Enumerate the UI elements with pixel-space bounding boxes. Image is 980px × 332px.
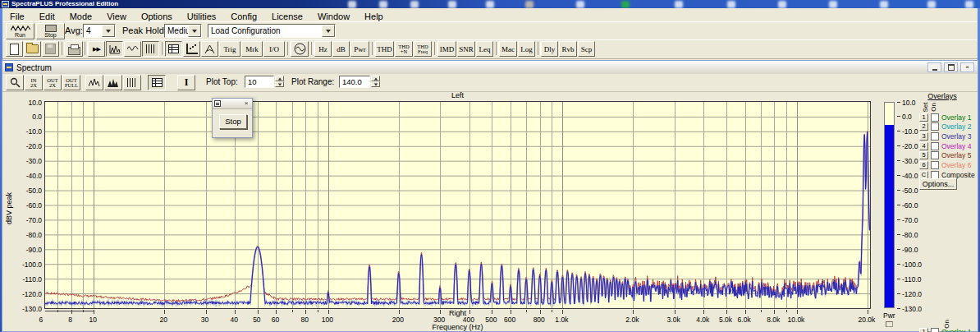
logging-button[interactable]: Log — [518, 41, 535, 57]
overlay-on-checkbox-3[interactable] — [931, 132, 939, 141]
thd-button[interactable]: THD — [375, 41, 394, 57]
delay-button[interactable]: Dly — [541, 41, 558, 57]
fast-forward-button[interactable]: ▶▶ — [88, 41, 105, 57]
time-series-icon — [127, 44, 139, 53]
open-file-button[interactable] — [24, 41, 41, 57]
leq-button[interactable]: Leq — [476, 41, 493, 57]
run-button[interactable]: Run — [6, 23, 34, 39]
overlay-on-checkbox-2[interactable] — [931, 122, 939, 131]
overlay-on-checkbox-1[interactable] — [931, 113, 939, 122]
zoom-out-2x-button[interactable]: OUT 2X — [44, 75, 62, 90]
macro-button[interactable]: Mac — [499, 41, 517, 57]
y-tick--30: -30.0 — [0, 157, 42, 165]
load-configuration-combobox[interactable]: Load Configuration — [208, 24, 336, 38]
stop-dialog-stop-button[interactable]: Stop — [219, 114, 247, 129]
y-tick-right--40: -40.0 — [897, 172, 918, 180]
peak-hold-dropdown-arrow-icon[interactable] — [188, 25, 201, 37]
plot-options-button[interactable] — [148, 75, 166, 90]
plot-top-input[interactable]: 10 — [245, 76, 274, 88]
marker-button[interactable] — [201, 41, 218, 57]
y-tick-right--10: -10.0 — [897, 127, 918, 136]
overlay-options-button[interactable]: Options... — [919, 178, 957, 190]
desktop-icon-blur — [410, 1, 419, 8]
plot-range-input[interactable]: 140.0 — [339, 76, 370, 88]
peak-hold-combobox[interactable]: Medium — [164, 24, 202, 38]
overlay-set-button-6[interactable]: 6 — [919, 161, 928, 169]
y-tick-right--50: -50.0 — [897, 187, 918, 195]
marker-text-button[interactable]: Mrk — [241, 41, 263, 57]
app-titlebar: SpectraPLUS Professional Edition — [0, 0, 980, 8]
stop-dialog-close-icon[interactable]: × — [242, 99, 250, 107]
print-button[interactable] — [66, 41, 83, 57]
y-tick--70: -70.0 — [0, 216, 42, 224]
scope-button[interactable]: Scp — [578, 41, 595, 57]
save-button[interactable] — [42, 41, 59, 57]
signal-generator-button[interactable] — [291, 41, 309, 57]
overlay-set-button-5[interactable]: 5 — [919, 151, 928, 159]
plot-top-label: Plot Top: — [206, 74, 238, 90]
avg-dropdown-arrow-icon[interactable] — [102, 25, 115, 37]
spin-up-icon[interactable] — [275, 76, 284, 81]
plot-top-spinner[interactable] — [275, 76, 284, 88]
hz-units-button[interactable]: Hz — [314, 41, 332, 57]
zoom-in-2x-button[interactable]: IN 2X — [25, 75, 43, 90]
power-level-fill — [885, 125, 894, 307]
line-plot-button[interactable] — [85, 75, 103, 90]
spin-up-icon[interactable] — [371, 76, 380, 81]
spectrum-plot[interactable] — [44, 101, 871, 309]
trigger-button[interactable]: Trig — [219, 41, 240, 57]
y-tick-right--110: -110.0 — [897, 275, 921, 284]
close-button[interactable]: × — [960, 62, 974, 72]
overlay-set-button-1[interactable]: 1 — [919, 113, 928, 122]
overlay-on-checkbox-6[interactable] — [931, 161, 939, 169]
io-button[interactable]: I/O — [263, 41, 285, 57]
desktop-icon-blur — [829, 1, 837, 8]
plot-range-spinner[interactable] — [371, 76, 380, 88]
spectrum-window-titlebar[interactable]: Spectrum × — [2, 61, 978, 75]
save-icon — [45, 44, 56, 54]
overlays-title: Overlays — [918, 92, 967, 100]
reverb-button[interactable]: Rvb — [559, 41, 577, 57]
restore-button[interactable] — [944, 62, 958, 72]
power-units-button[interactable]: Pwr — [350, 41, 369, 57]
y-tick--50: -50.0 — [0, 187, 42, 195]
spin-down-icon[interactable] — [371, 81, 380, 87]
spin-down-icon[interactable] — [275, 81, 284, 87]
marker-aframe-icon — [204, 44, 215, 54]
new-document-button[interactable] — [6, 41, 23, 57]
stop-dialog[interactable]: × Stop — [212, 98, 253, 138]
filled-plot-button[interactable] — [104, 75, 122, 90]
overlay-on-checkbox-4[interactable] — [931, 142, 939, 150]
load-configuration-dropdown-arrow-icon[interactable] — [322, 25, 335, 37]
overlay-on-checkbox[interactable] — [931, 328, 939, 332]
settings-table-button[interactable] — [165, 41, 182, 57]
axis-options-button[interactable] — [183, 41, 200, 57]
time-series-button[interactable] — [124, 41, 141, 57]
zoom-tool-button[interactable] — [6, 75, 24, 90]
thd-n-button[interactable]: THD +N — [395, 41, 413, 57]
imd-button[interactable]: IMD — [437, 41, 456, 57]
overlay-set-button-4[interactable]: 4 — [919, 142, 928, 150]
stop-button[interactable]: Stop — [36, 23, 65, 39]
plot-range-label: Plot Range: — [291, 74, 334, 90]
magnifier-icon — [10, 77, 21, 88]
bar-plot-button[interactable] — [123, 75, 141, 90]
bar-display-button[interactable] — [142, 41, 159, 57]
overlays-set-column: Set — [922, 102, 929, 112]
cursor-button[interactable]: I — [177, 75, 195, 90]
avg-combobox[interactable]: 4 — [83, 24, 116, 38]
overlay-set-button[interactable]: 1 — [919, 328, 928, 332]
stop-dialog-titlebar[interactable]: × — [213, 99, 252, 109]
db-units-button[interactable]: dB — [332, 41, 350, 57]
minimize-button[interactable] — [927, 62, 941, 72]
zoom-out-full-button[interactable]: OUT FULL — [62, 75, 80, 90]
thd-freq-button[interactable]: THD Freq — [414, 41, 432, 57]
overlay-on-checkbox-5[interactable] — [931, 151, 939, 159]
resize-grip[interactable] — [886, 321, 893, 327]
overlay-set-button-2[interactable]: 2 — [919, 122, 928, 131]
overlay-set-button-3[interactable]: 3 — [919, 132, 928, 141]
spectrum-display-button[interactable] — [106, 41, 123, 57]
y-tick--90: -90.0 — [0, 246, 42, 254]
filled-plot-icon — [108, 78, 119, 87]
snr-button[interactable]: SNR — [457, 41, 475, 57]
